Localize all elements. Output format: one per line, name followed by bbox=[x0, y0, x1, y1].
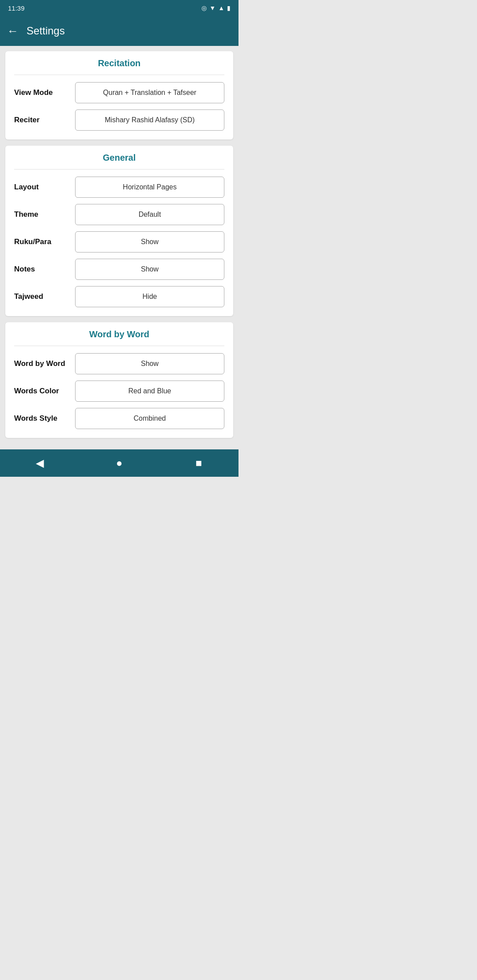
setting-label-general-2: Ruku/Para bbox=[14, 237, 67, 246]
status-icons: ◎ ▼ ▲ ▮ bbox=[201, 4, 231, 11]
setting-value-general-4[interactable]: Hide bbox=[75, 286, 224, 307]
setting-row-general-4: TajweedHide bbox=[14, 286, 224, 307]
app-bar: ← Settings bbox=[0, 16, 238, 46]
setting-label-recitation-0: View Mode bbox=[14, 88, 67, 97]
nav-back-button[interactable]: ◀ bbox=[29, 452, 51, 474]
setting-row-general-0: LayoutHorizontal Pages bbox=[14, 177, 224, 198]
back-button[interactable]: ← bbox=[7, 24, 19, 38]
section-word-by-word: Word by WordWord by WordShowWords ColorR… bbox=[5, 322, 233, 438]
setting-row-word-by-word-2: Words StyleCombined bbox=[14, 408, 224, 429]
setting-label-recitation-1: Reciter bbox=[14, 116, 67, 124]
setting-value-recitation-0[interactable]: Quran + Translation + Tafseer bbox=[75, 82, 224, 103]
setting-value-word-by-word-2[interactable]: Combined bbox=[75, 408, 224, 429]
wifi-icon: ▼ bbox=[209, 4, 216, 11]
section-general: GeneralLayoutHorizontal PagesThemeDefaul… bbox=[5, 146, 233, 316]
setting-value-word-by-word-0[interactable]: Show bbox=[75, 353, 224, 374]
signal-icon: ▲ bbox=[218, 4, 224, 11]
setting-value-recitation-1[interactable]: Mishary Rashid Alafasy (SD) bbox=[75, 109, 224, 131]
section-title-recitation: Recitation bbox=[14, 58, 224, 75]
setting-value-general-0[interactable]: Horizontal Pages bbox=[75, 177, 224, 198]
settings-content: RecitationView ModeQuran + Translation +… bbox=[0, 46, 238, 443]
section-recitation: RecitationView ModeQuran + Translation +… bbox=[5, 51, 233, 139]
page-title: Settings bbox=[26, 25, 65, 37]
setting-label-general-0: Layout bbox=[14, 183, 67, 192]
status-bar: 11:39 ◎ ▼ ▲ ▮ bbox=[0, 0, 238, 16]
sync-icon: ◎ bbox=[201, 4, 207, 11]
section-title-general: General bbox=[14, 153, 224, 170]
section-title-word-by-word: Word by Word bbox=[14, 329, 224, 346]
setting-value-general-2[interactable]: Show bbox=[75, 231, 224, 253]
setting-row-word-by-word-1: Words ColorRed and Blue bbox=[14, 381, 224, 402]
setting-row-general-2: Ruku/ParaShow bbox=[14, 231, 224, 253]
battery-icon: ▮ bbox=[227, 4, 231, 11]
setting-row-word-by-word-0: Word by WordShow bbox=[14, 353, 224, 374]
setting-label-word-by-word-0: Word by Word bbox=[14, 359, 67, 368]
setting-label-general-4: Tajweed bbox=[14, 292, 67, 301]
setting-label-general-1: Theme bbox=[14, 210, 67, 219]
setting-row-recitation-0: View ModeQuran + Translation + Tafseer bbox=[14, 82, 224, 103]
setting-row-general-3: NotesShow bbox=[14, 259, 224, 280]
setting-label-general-3: Notes bbox=[14, 265, 67, 274]
setting-label-word-by-word-1: Words Color bbox=[14, 387, 67, 396]
nav-home-button[interactable]: ● bbox=[108, 452, 130, 474]
nav-bar: ◀ ● ■ bbox=[0, 449, 238, 477]
setting-value-word-by-word-1[interactable]: Red and Blue bbox=[75, 381, 224, 402]
status-time: 11:39 bbox=[8, 4, 25, 12]
setting-value-general-3[interactable]: Show bbox=[75, 259, 224, 280]
setting-label-word-by-word-2: Words Style bbox=[14, 414, 67, 423]
nav-recents-button[interactable]: ■ bbox=[188, 452, 210, 474]
setting-value-general-1[interactable]: Default bbox=[75, 204, 224, 225]
setting-row-general-1: ThemeDefault bbox=[14, 204, 224, 225]
setting-row-recitation-1: ReciterMishary Rashid Alafasy (SD) bbox=[14, 109, 224, 131]
